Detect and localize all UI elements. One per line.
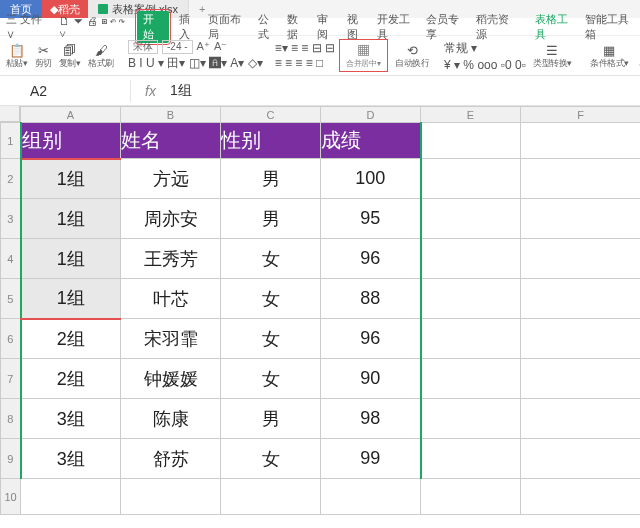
cell[interactable] [521, 359, 641, 399]
menu-smarttool[interactable]: 智能工具箱 [585, 12, 634, 42]
cond-format-button[interactable]: ▦条件格式▾ [587, 44, 632, 68]
cell[interactable]: 女 [221, 359, 321, 399]
copy-button[interactable]: 🗐复制▾ [57, 44, 82, 68]
cell[interactable]: 95 [321, 199, 421, 239]
row-header[interactable]: 8 [1, 399, 21, 439]
cell[interactable] [521, 279, 641, 319]
cell[interactable] [521, 399, 641, 439]
cell[interactable] [521, 319, 641, 359]
cell[interactable]: 舒苏 [121, 439, 221, 479]
cell[interactable]: 1组 [21, 279, 121, 319]
formula-value[interactable]: 1组 [164, 82, 192, 100]
cell[interactable]: 2组 [21, 359, 121, 399]
cell[interactable] [421, 359, 521, 399]
menu-daoke[interactable]: 稻壳资源 [476, 12, 515, 42]
cell[interactable]: 96 [321, 319, 421, 359]
cell[interactable]: 男 [221, 399, 321, 439]
font-size-select[interactable]: -24 - [162, 40, 193, 54]
cell[interactable]: 叶芯 [121, 279, 221, 319]
menu-dev[interactable]: 开发工具 [377, 12, 416, 42]
menu-layout[interactable]: 页面布局 [208, 12, 247, 42]
cell[interactable]: 宋羽霏 [121, 319, 221, 359]
row-header[interactable]: 3 [1, 199, 21, 239]
cell[interactable]: 100 [321, 159, 421, 199]
cell[interactable] [421, 399, 521, 439]
type-convert-button[interactable]: ☰类型转换▾ [530, 44, 575, 68]
row-header[interactable]: 10 [1, 479, 21, 515]
cell[interactable]: 周亦安 [121, 199, 221, 239]
cell[interactable]: 男 [221, 199, 321, 239]
cell[interactable]: 钟媛媛 [121, 359, 221, 399]
menu-data[interactable]: 数据 [287, 12, 307, 42]
menu-formula[interactable]: 公式 [258, 12, 278, 42]
cell[interactable]: 姓名 [121, 123, 221, 159]
cell[interactable]: 98 [321, 399, 421, 439]
cell[interactable] [521, 479, 641, 515]
cell[interactable] [421, 279, 521, 319]
menu-view[interactable]: 视图 [347, 12, 367, 42]
name-box[interactable]: A2 [0, 83, 130, 99]
cell[interactable] [521, 439, 641, 479]
font-name-select[interactable]: 宋体 [128, 40, 158, 54]
cell[interactable]: 88 [321, 279, 421, 319]
cell[interactable]: 组别 [21, 123, 121, 159]
cell[interactable] [421, 479, 521, 515]
row-header[interactable]: 5 [1, 279, 21, 319]
row-header[interactable]: 6 [1, 319, 21, 359]
menu-insert[interactable]: 插入 [179, 12, 199, 42]
col-header-E[interactable]: E [421, 107, 521, 123]
cell[interactable] [21, 479, 121, 515]
cell[interactable]: 女 [221, 279, 321, 319]
cell[interactable] [521, 159, 641, 199]
menu-file[interactable]: 三 文件 ∨ [6, 12, 49, 42]
cell[interactable]: 女 [221, 239, 321, 279]
cell[interactable]: 99 [321, 439, 421, 479]
cell[interactable] [421, 239, 521, 279]
cell[interactable] [421, 319, 521, 359]
cell[interactable]: 3组 [21, 439, 121, 479]
menu-tabletool[interactable]: 表格工具 [535, 12, 574, 42]
cell[interactable]: 女 [221, 319, 321, 359]
fx-label[interactable]: fx [131, 83, 164, 99]
format-painter-button[interactable]: 🖌格式刷 [86, 44, 116, 68]
cell[interactable] [121, 479, 221, 515]
cell[interactable] [521, 239, 641, 279]
row-header[interactable]: 9 [1, 439, 21, 479]
number-icons[interactable]: ¥ ▾ % ooo ▫0 0▫ [444, 58, 526, 72]
col-header-F[interactable]: F [521, 107, 641, 123]
quick-tools[interactable]: 🗋 ⏷ 🖨 ▣ ↶ ↷ ∨ [59, 15, 127, 39]
cell-style-button[interactable]: ▦单元格样▾ [636, 44, 640, 68]
cell[interactable] [421, 439, 521, 479]
col-header-A[interactable]: A [21, 107, 121, 123]
select-all-corner[interactable] [0, 106, 20, 122]
cell[interactable] [421, 159, 521, 199]
cell[interactable] [321, 479, 421, 515]
row-header[interactable]: 7 [1, 359, 21, 399]
row-header[interactable]: 4 [1, 239, 21, 279]
cell[interactable]: 陈康 [121, 399, 221, 439]
wrap-button[interactable]: ⟲自动换行 [392, 44, 432, 68]
row-header[interactable]: 1 [1, 123, 21, 159]
menu-start[interactable]: 开始 [137, 11, 169, 43]
cell[interactable]: 1组 [21, 199, 121, 239]
row-header[interactable]: 2 [1, 159, 21, 199]
menu-member[interactable]: 会员专享 [426, 12, 465, 42]
cell[interactable] [521, 199, 641, 239]
font-style-icons[interactable]: B I U ▾ 田▾ ◫▾ 🅰▾ A▾ ◇▾ [128, 55, 263, 72]
cell[interactable]: 90 [321, 359, 421, 399]
cell[interactable]: 1组 [21, 159, 121, 199]
cell[interactable]: 3组 [21, 399, 121, 439]
cell[interactable] [421, 123, 521, 159]
cut-button[interactable]: ✂剪切 [33, 44, 53, 68]
col-header-D[interactable]: D [321, 107, 421, 123]
cell[interactable] [521, 123, 641, 159]
col-header-B[interactable]: B [121, 107, 221, 123]
font-shrink-icon[interactable]: A⁻ [214, 40, 227, 53]
cell[interactable]: 成绩 [321, 123, 421, 159]
cell[interactable]: 男 [221, 159, 321, 199]
cell[interactable]: 1组 [21, 239, 121, 279]
cell[interactable]: 女 [221, 439, 321, 479]
align-icons-2[interactable]: ≡ ≡ ≡ ≡ □ [275, 56, 335, 70]
cell[interactable]: 2组 [21, 319, 121, 359]
cell[interactable] [421, 199, 521, 239]
